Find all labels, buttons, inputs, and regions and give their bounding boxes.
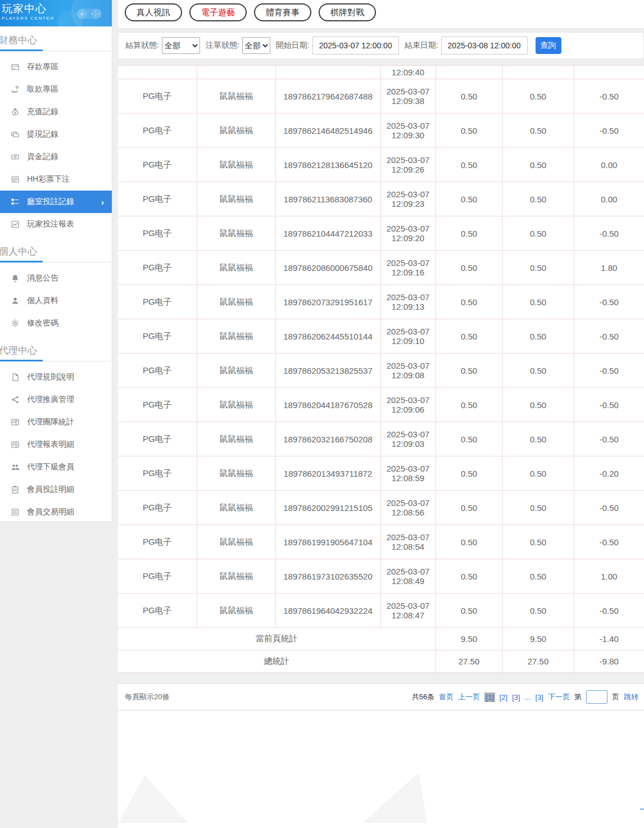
settle-status-select[interactable]: 全部 (162, 37, 200, 54)
sidebar-item[interactable]: 會員投註明細 (0, 478, 112, 501)
sidebar-item[interactable]: 存款專區 (0, 56, 112, 78)
cell-vendor: PG电子 (118, 491, 197, 525)
page-number[interactable]: [3] (536, 693, 543, 702)
table-row: PG电子鼠鼠福福18978620441876705282025-03-07 12… (118, 388, 644, 422)
cell-vendor: PG电子 (118, 182, 197, 216)
cell-profit: -0.50 (574, 285, 644, 319)
page-number[interactable]: [1] (484, 693, 495, 702)
cell-game: 鼠鼠福福 (197, 456, 275, 491)
next-page-link[interactable]: 下一页 (548, 692, 570, 702)
cell-valid-bet: 0.50 (502, 491, 574, 525)
cell-bet: 0.50 (436, 354, 502, 388)
bet-records-table: 12:09:40PG电子鼠鼠福福18978621796426874882025-… (118, 65, 644, 673)
page-number[interactable]: [3] (512, 693, 520, 702)
cell-vendor: PG电子 (118, 319, 197, 354)
cell-game: 鼠鼠福福 (197, 285, 275, 319)
cell-order: 1897862146482514946 (275, 114, 380, 148)
order-status-select[interactable]: 全部 (242, 37, 270, 54)
funds-record-icon (11, 152, 20, 161)
table-row: PG电子鼠鼠福福18978620860006758402025-03-07 12… (118, 251, 644, 285)
cell-game: 鼠鼠福福 (197, 422, 275, 456)
first-page-link[interactable]: 首页 (439, 692, 453, 702)
prev-page-link[interactable]: 上一页 (458, 692, 480, 702)
cell-game: 鼠鼠福福 (197, 354, 275, 388)
cell-profit: -0.50 (574, 525, 644, 559)
sidebar-item[interactable]: 資金記錄 (0, 146, 112, 168)
member-transaction-detail-icon (11, 508, 20, 517)
sidebar-item[interactable]: 代理團隊統計 (0, 411, 112, 433)
sidebar-item[interactable]: 代理推廣管理 (0, 388, 112, 411)
sidebar-item[interactable]: HH彩票下注 (0, 168, 112, 191)
tab-button[interactable]: 棋牌對戰 (319, 3, 376, 21)
cell-game: 鼠鼠福福 (197, 491, 275, 525)
gamepad-icon (75, 3, 104, 24)
sidebar-item[interactable]: 個人資料 (0, 289, 112, 312)
sidebar-item[interactable]: 代理規則說明 (0, 366, 112, 388)
table-row-partial: 12:09:40 (118, 66, 644, 79)
start-date-input[interactable] (312, 37, 399, 55)
table-row: PG电子鼠鼠福福18978619731026355202025-03-07 12… (118, 559, 644, 594)
sidebar-item[interactable]: 提現記錄 (0, 123, 112, 146)
cell-order: 1897862128136645120 (275, 148, 380, 182)
chevron-right-icon: › (101, 197, 104, 207)
cell-time: 2025-03-07 12:09:10 (380, 319, 436, 354)
cell-empty (118, 66, 197, 79)
search-button[interactable]: 查詢 (536, 37, 561, 54)
cell-order: 1897862073291951617 (275, 285, 380, 319)
sidebar-item-label: 代理團隊統計 (27, 417, 74, 427)
sidebar-item-label: HH彩票下注 (27, 174, 70, 184)
table-row: PG电子鼠鼠福福18978620029912151052025-03-07 12… (118, 491, 644, 525)
sidebar-item[interactable]: 會員交易明細 (0, 501, 112, 523)
cell-time: 2025-03-07 12:08:59 (380, 456, 436, 491)
cell-vendor: PG电子 (118, 559, 197, 594)
cell-bet: 0.50 (436, 148, 502, 182)
jump-prefix: 第 (574, 692, 582, 702)
sidebar-item[interactable]: 廳室投註記錄› (0, 191, 112, 213)
page-number[interactable]: [2] (500, 693, 507, 702)
divider (118, 673, 644, 684)
cell-bet: 0.50 (436, 285, 502, 319)
cell-bet: 0.50 (436, 182, 502, 216)
jump-page-input[interactable] (586, 690, 607, 704)
sidebar-item[interactable]: 修改密碼 (0, 312, 112, 334)
section-header: 代理中心 (0, 337, 112, 361)
section-header: 個人中心 (0, 238, 112, 262)
cell-vendor: PG电子 (118, 148, 197, 182)
filter-bar: 結算狀態: 全部 注單狀態: 全部 開始日期: 結束日期: 查詢 (118, 32, 644, 59)
withdrawal-record-icon (11, 130, 20, 139)
cell-valid-bet: 0.50 (502, 525, 574, 559)
tab-button[interactable]: 真人視訊 (125, 3, 182, 21)
pagination-controls: 共56条首页上一页[1][2][3]...[3]下一页第页跳转 (407, 690, 638, 704)
sidebar-item[interactable]: 代理下級會員 (0, 456, 112, 478)
end-date-input[interactable] (441, 37, 528, 55)
tab-button[interactable]: 電子遊藝 (189, 3, 247, 21)
table-row: PG电子鼠鼠福福18978621044472120332025-03-07 12… (118, 216, 644, 251)
start-date-label: 開始日期: (276, 40, 310, 51)
sidebar-item-label: 修改密碼 (27, 318, 58, 328)
cell-bet: 0.50 (436, 594, 502, 628)
sidebar-item[interactable]: 取款專區 (0, 78, 112, 101)
cell-time: 2025-03-07 12:09:13 (380, 285, 436, 319)
table-row: PG电子鼠鼠福福18978620732919516172025-03-07 12… (118, 285, 644, 319)
cell-profit: 0.00 (574, 148, 644, 182)
cell-valid-bet: 0.50 (502, 319, 574, 354)
cell-profit: -0.50 (574, 319, 644, 354)
table-row: PG电子鼠鼠福福18978621136830873602025-03-07 12… (118, 182, 644, 216)
cell-game: 鼠鼠福福 (197, 216, 275, 251)
cell-profit: -0.50 (574, 594, 644, 628)
cell-time: 2025-03-07 12:09:30 (380, 114, 436, 148)
sidebar-item[interactable]: 消息公告 (0, 267, 112, 289)
summary-valid-bet: 9.50 (502, 628, 574, 650)
jump-link[interactable]: 跳转 (624, 692, 638, 702)
cell-profit: 1.00 (574, 559, 644, 594)
cell-order: 1897862044187670528 (275, 388, 380, 422)
tab-button[interactable]: 體育賽事 (254, 3, 311, 21)
sidebar-item[interactable]: 玩家投注報表 (0, 213, 112, 236)
sidebar-item[interactable]: 代理報表明細 (0, 433, 112, 456)
cell-valid-bet: 0.50 (502, 114, 574, 148)
cell-order: 1897862002991215105 (275, 491, 380, 525)
page-ellipsis: ... (525, 693, 531, 702)
sidebar-item[interactable]: 充值記錄 (0, 101, 112, 123)
cell-bet: 0.50 (436, 79, 502, 114)
sidebar-item-label: 個人資料 (27, 296, 58, 306)
